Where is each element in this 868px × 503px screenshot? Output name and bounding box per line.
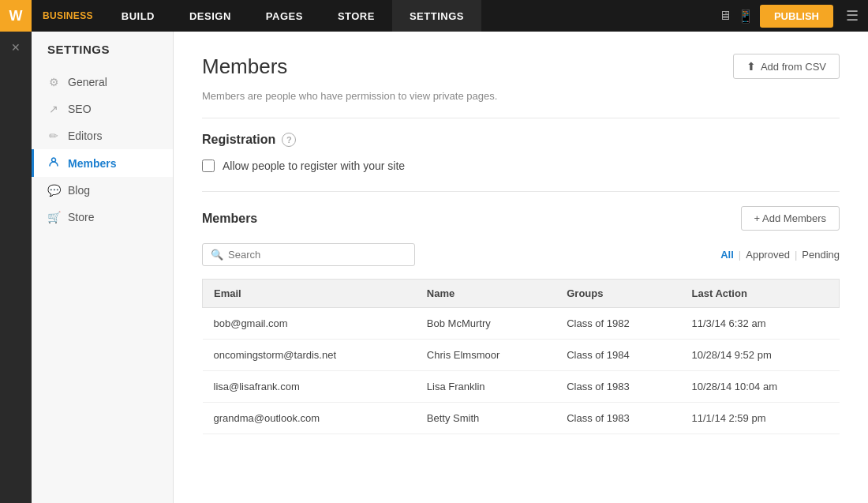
nav-store[interactable]: STORE [320, 0, 392, 32]
members-section-title: Members [202, 212, 257, 226]
sidebar-item-store[interactable]: 🛒 Store [32, 204, 173, 231]
mobile-icon[interactable]: 📱 [738, 9, 754, 24]
cell-email: bob@gmail.com [203, 308, 416, 340]
cell-name: Betty Smith [416, 403, 556, 434]
filter-tab-all[interactable]: All [720, 249, 734, 261]
nav-items: BUILD DESIGN PAGES STORE SETTINGS [104, 0, 719, 32]
divider-2 [202, 191, 840, 192]
sidebar-item-label: Editors [68, 130, 103, 142]
seo-icon: ↗ [47, 103, 60, 115]
allow-register-checkbox[interactable] [202, 160, 215, 172]
search-filter-row: 🔍 All | Approved | Pending [202, 243, 840, 266]
description-text: Members are people who have permission t… [202, 90, 840, 102]
close-icon[interactable]: ✕ [11, 41, 21, 54]
top-navigation: W BUSINESS BUILD DESIGN PAGES STORE SETT… [0, 0, 868, 32]
sidebar-item-members[interactable]: Members [32, 149, 173, 177]
col-groups: Groups [556, 280, 680, 308]
cell-last-action: 11/3/14 6:32 am [681, 308, 840, 340]
cell-name: Chris Elmsmoor [416, 340, 556, 371]
col-name: Name [416, 280, 556, 308]
cell-groups: Class of 1984 [556, 340, 680, 371]
col-last-action: Last Action [681, 280, 840, 308]
sidebar-item-general[interactable]: ⚙ General [32, 69, 173, 96]
search-box: 🔍 [202, 243, 415, 266]
table-row[interactable]: bob@gmail.com Bob McMurtry Class of 1982… [203, 308, 840, 340]
hamburger-icon[interactable]: ☰ [846, 7, 859, 24]
table-row[interactable]: oncomingstorm@tardis.net Chris Elmsmoor … [203, 340, 840, 371]
nav-pages[interactable]: PAGES [249, 0, 320, 32]
sidebar-overlay: ✕ [0, 32, 32, 503]
sidebar-item-label: Store [68, 211, 94, 223]
cart-icon: 🛒 [47, 211, 60, 223]
logo: W [0, 0, 32, 32]
cell-email: grandma@outlook.com [203, 403, 416, 434]
sidebar-item-seo[interactable]: ↗ SEO [32, 96, 173, 122]
col-email: Email [203, 280, 416, 308]
table-header-row: Email Name Groups Last Action [203, 280, 840, 308]
sidebar-item-editors[interactable]: ✏ Editors [32, 122, 173, 149]
filter-tab-approved[interactable]: Approved [746, 249, 790, 261]
cell-email: lisa@lisafrank.com [203, 371, 416, 403]
cell-email: oncomingstorm@tardis.net [203, 340, 416, 371]
upload-icon: ⬆ [746, 60, 756, 73]
table-row[interactable]: grandma@outlook.com Betty Smith Class of… [203, 403, 840, 434]
main-content: Members ⬆ Add from CSV Members are peopl… [174, 32, 868, 503]
filter-tabs: All | Approved | Pending [720, 249, 840, 261]
filter-tab-pending[interactable]: Pending [802, 249, 840, 261]
publish-button[interactable]: PUBLISH [760, 5, 833, 28]
help-icon[interactable]: ? [282, 133, 296, 147]
page-title: Members [202, 54, 287, 79]
registration-section-title: Registration ? [202, 133, 840, 147]
add-from-csv-button[interactable]: ⬆ Add from CSV [733, 54, 840, 79]
cell-last-action: 10/28/14 10:04 am [681, 371, 840, 403]
nav-settings[interactable]: SETTINGS [392, 0, 481, 32]
nav-design[interactable]: DESIGN [172, 0, 249, 32]
members-table: Email Name Groups Last Action bob@gmail.… [202, 279, 840, 434]
sidebar-item-label: SEO [68, 103, 92, 115]
sidebar-item-label: General [68, 76, 107, 88]
page-header: Members ⬆ Add from CSV [202, 54, 840, 79]
cell-groups: Class of 1983 [556, 371, 680, 403]
add-members-button[interactable]: + Add Members [741, 206, 840, 231]
gear-icon: ⚙ [47, 76, 60, 88]
cell-groups: Class of 1982 [556, 308, 680, 340]
search-input[interactable] [228, 249, 406, 261]
sidebar-title: SETTINGS [32, 43, 173, 69]
sidebar-item-blog[interactable]: 💬 Blog [32, 177, 173, 204]
nav-build[interactable]: BUILD [104, 0, 172, 32]
sidebar-item-label: Blog [68, 184, 90, 197]
pencil-icon: ✏ [47, 130, 60, 142]
registration-checkbox-row: Allow people to register with your site [202, 160, 840, 172]
cell-last-action: 11/1/14 2:59 pm [681, 403, 840, 434]
nav-item-business[interactable]: BUSINESS [32, 0, 104, 32]
desktop-icon[interactable]: 🖥 [719, 9, 731, 23]
cell-last-action: 10/28/14 9:52 pm [681, 340, 840, 371]
top-nav-right: 🖥 📱 PUBLISH ☰ [719, 5, 868, 28]
cell-name: Lisa Franklin [416, 371, 556, 403]
members-header: Members + Add Members [202, 206, 840, 231]
add-from-csv-label: Add from CSV [761, 61, 826, 73]
table-row[interactable]: lisa@lisafrank.com Lisa Franklin Class o… [203, 371, 840, 403]
cell-name: Bob McMurtry [416, 308, 556, 340]
divider-1 [202, 118, 840, 118]
add-members-label: + Add Members [754, 212, 826, 224]
layout: ✕ SETTINGS ⚙ General ↗ SEO ✏ Editors Mem… [0, 32, 868, 503]
search-icon: 🔍 [211, 249, 223, 261]
comment-icon: 💬 [47, 184, 60, 197]
sidebar-item-label: Members [68, 157, 116, 170]
settings-sidebar: SETTINGS ⚙ General ↗ SEO ✏ Editors Membe… [32, 32, 174, 503]
cell-groups: Class of 1983 [556, 403, 680, 434]
person-icon [47, 156, 60, 170]
allow-register-label: Allow people to register with your site [223, 160, 405, 172]
